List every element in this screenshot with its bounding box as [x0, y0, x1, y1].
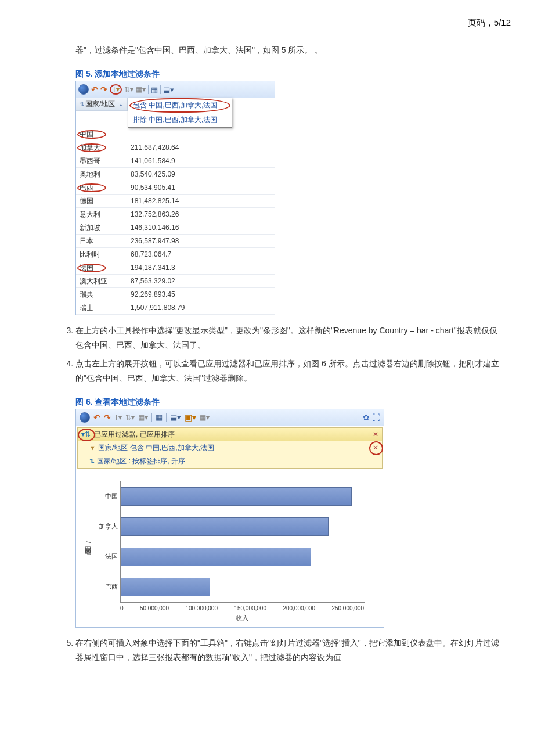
table-row: 巴西90,534,905.41 — [76, 181, 275, 195]
country-cell[interactable]: 德国 — [76, 196, 127, 206]
value-cell: 194,187,341.3 — [127, 264, 275, 272]
menu-item-include[interactable]: 包含 中国,巴西,加拿大,法国 — [128, 98, 232, 113]
table-row: 加拿大211,687,428.64 — [76, 141, 275, 154]
chart-bar — [121, 548, 311, 566]
redo-icon[interactable]: ↷ — [104, 413, 111, 422]
toolbar-separator-2 — [160, 85, 161, 94]
sort-icon: ⇅ — [89, 458, 95, 465]
table-row: 墨西哥141,061,584.9 — [76, 154, 275, 168]
close-panel-icon[interactable]: ✕ — [373, 430, 378, 438]
display-icon[interactable]: ▦▾ — [200, 413, 210, 422]
value-cell: 211,687,428.64 — [127, 143, 275, 152]
applied-filters-panel: ▾⇅ 已应用过滤器, 已应用排序 ✕ ▼ 国家/地区 包含 中国,巴西,加拿大,… — [77, 427, 383, 469]
filter-icon[interactable]: T▾ — [110, 84, 122, 95]
grid-icon[interactable]: ▦ — [151, 85, 158, 94]
expand-icon[interactable]: ⛶ — [372, 413, 380, 422]
bar-chart: 国家/地区 中国加拿大法国巴西 050,000,000100,000,00015… — [76, 470, 384, 627]
redo-icon[interactable]: ↷ — [100, 85, 107, 93]
chart-category-label: 法国 — [92, 542, 120, 572]
calc-icon[interactable]: ▦▾ — [136, 85, 146, 93]
chart-x-tick: 150,000,000 — [234, 605, 266, 611]
figure-6-screenshot: ↶ ↷ T▾ ⇅▾ ▦▾ ▦ ⬓▾ ▣▾ ▦▾ ✿ ⛶ ▾⇅ 已应用过滤器, 已… — [75, 409, 384, 628]
toolbar-separator — [151, 413, 152, 422]
figure-6-caption: 图 6. 查看本地过滤条件 — [75, 397, 511, 408]
chart-x-tick: 100,000,000 — [185, 605, 218, 611]
table-row: 德国181,482,825.14 — [76, 195, 275, 208]
applied-sort-text: 国家/地区 : 按标签排序, 升序 — [97, 456, 185, 466]
delete-filter-icon[interactable]: ✕ — [373, 444, 378, 452]
property-icon[interactable]: ▣▾ — [185, 413, 196, 422]
value-cell: 132,752,863.26 — [127, 210, 275, 218]
filter-context-menu: 包含 中国,巴西,加拿大,法国 排除 中国,巴西,加拿大,法国 — [128, 98, 232, 128]
country-cell[interactable]: 加拿大 — [76, 143, 127, 153]
country-cell[interactable]: 中国 — [76, 129, 127, 139]
page-number: 页码，5/12 — [23, 17, 511, 28]
figure-5-toolbar: ↶ ↷ T▾ ⇅▾ ▦▾ ▦ ⬓▾ — [76, 81, 275, 98]
chart-x-tick: 200,000,000 — [283, 605, 315, 611]
table-row: 法国194,187,341.3 — [76, 261, 275, 275]
highlight-oval — [369, 441, 383, 455]
step-3: 在上方的小工具操作中选择"更改显示类型"，更改为"条形图"。这样新的"Reven… — [75, 323, 499, 352]
applied-filter-row: ▼ 国家/地区 包含 中国,巴西,加拿大,法国 ✕ — [78, 441, 382, 455]
gear-icon[interactable]: ✿ — [363, 413, 370, 422]
chart-y-axis-label: 国家/地区 — [82, 481, 92, 603]
value-cell: 146,310,146.16 — [127, 224, 275, 232]
chart-x-axis-label: 收入 — [120, 614, 364, 622]
value-cell: 83,540,425.09 — [127, 170, 275, 178]
column-header-label: 国家/地区 — [85, 99, 115, 109]
undo-icon[interactable]: ↶ — [93, 413, 100, 422]
undo-icon[interactable]: ↶ — [91, 85, 98, 93]
figure-6-toolbar: ↶ ↷ T▾ ⇅▾ ▦▾ ▦ ⬓▾ ▣▾ ▦▾ ✿ ⛶ — [76, 409, 384, 426]
country-cell[interactable]: 瑞士 — [76, 303, 127, 313]
back-icon[interactable] — [78, 84, 89, 95]
country-cell[interactable]: 新加坡 — [76, 223, 127, 233]
country-cell[interactable]: 日本 — [76, 236, 127, 246]
chart-bar — [121, 517, 329, 536]
instruction-list-2: 在右侧的可插入对象中选择下面的"工具箱"，右键点击"幻灯片过滤器"选择"插入"，… — [58, 636, 499, 665]
applied-filters-title-bar[interactable]: ▾⇅ 已应用过滤器, 已应用排序 ✕ — [78, 428, 382, 441]
table-row: 瑞典92,269,893.45 — [76, 288, 275, 301]
calc-icon[interactable]: ▦▾ — [138, 413, 148, 422]
sort-toolbar-icon[interactable]: ⇅▾ — [124, 85, 134, 93]
grid-icon[interactable]: ▦ — [156, 413, 163, 422]
step-4: 点击左上方的展开按钮，可以查看已应用过滤器和已应用排序，如图 6 所示。点击过滤… — [75, 357, 499, 386]
table-row: 日本236,587,947.98 — [76, 235, 275, 248]
country-cell[interactable]: 澳大利亚 — [76, 276, 127, 286]
country-cell[interactable]: 墨西哥 — [76, 156, 127, 166]
value-cell: 92,269,893.45 — [127, 290, 275, 298]
sort-indicator-icon: ⇅ — [80, 101, 84, 107]
chart-type-icon[interactable]: ⬓▾ — [163, 85, 174, 94]
toolbar-separator — [148, 85, 149, 94]
country-cell[interactable]: 巴西 — [76, 183, 127, 193]
highlight-oval — [78, 429, 95, 441]
value-cell: 1,507,911,808.79 — [127, 304, 275, 312]
intro-paragraph: 器"，过滤条件是"包含中国、巴西、加拿大、法国"，如图 5 所示。 。 — [75, 43, 499, 57]
value-cell: 181,482,825.14 — [127, 197, 275, 205]
back-icon[interactable] — [80, 412, 90, 423]
menu-item-exclude[interactable]: 排除 中国,巴西,加拿大,法国 — [128, 113, 232, 127]
value-cell: 141,061,584.9 — [127, 157, 275, 165]
chart-category-label: 加拿大 — [92, 512, 120, 542]
table-row: 意大利132,752,863.26 — [76, 208, 275, 221]
country-cell[interactable]: 比利时 — [76, 250, 127, 260]
chart-x-tick: 0 — [120, 605, 124, 611]
applied-filter-text: 国家/地区 包含 中国,巴西,加拿大,法国 — [98, 443, 214, 453]
country-cell[interactable]: 奥地利 — [76, 170, 127, 179]
country-cell[interactable]: 瑞典 — [76, 290, 127, 300]
applied-filters-title: 已应用过滤器, 已应用排序 — [94, 430, 175, 440]
instruction-list: 在上方的小工具操作中选择"更改显示类型"，更改为"条形图"。这样新的"Reven… — [58, 323, 499, 386]
funnel-icon: ▼ — [89, 444, 96, 451]
chart-x-tick: 50,000,000 — [140, 605, 169, 611]
sort-asc-icon: ▴ — [120, 102, 122, 107]
chart-category-label: 中国 — [92, 481, 120, 512]
table-row: 奥地利83,540,425.09 — [76, 168, 275, 181]
figure-5-screenshot: ↶ ↷ T▾ ⇅▾ ▦▾ ▦ ⬓▾ ⇅ 国家/地区 ▴ 包含 中国,巴西,加拿大… — [75, 81, 275, 315]
column-header-country[interactable]: ⇅ 国家/地区 ▴ — [76, 98, 127, 111]
chart-type-icon[interactable]: ⬓▾ — [170, 413, 181, 422]
filter-toolbar-icon[interactable]: T▾ — [114, 413, 122, 422]
table-row: 比利时68,723,064.7 — [76, 248, 275, 261]
country-cell[interactable]: 意大利 — [76, 210, 127, 219]
value-cell: 68,723,064.7 — [127, 250, 275, 258]
sort-toolbar-icon[interactable]: ⇅▾ — [125, 413, 135, 422]
country-cell[interactable]: 法国 — [76, 263, 127, 273]
